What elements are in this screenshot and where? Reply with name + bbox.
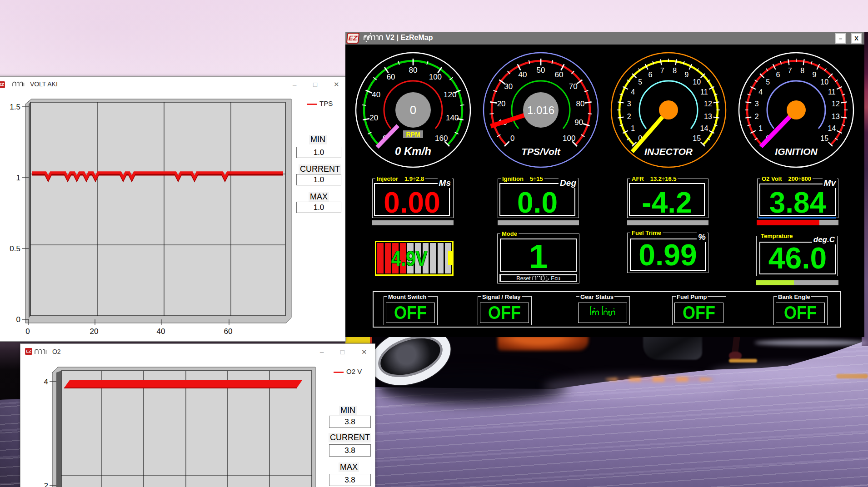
svg-text:3: 3 bbox=[755, 100, 759, 108]
svg-text:1.016: 1.016 bbox=[527, 104, 554, 116]
svg-text:0: 0 bbox=[410, 103, 416, 117]
svg-text:1.5: 1.5 bbox=[10, 103, 20, 111]
svg-text:13: 13 bbox=[832, 113, 840, 120]
svg-text:80: 80 bbox=[409, 66, 418, 75]
svg-text:10: 10 bbox=[820, 78, 828, 86]
svg-text:80: 80 bbox=[576, 99, 584, 108]
svg-text:9: 9 bbox=[685, 71, 689, 79]
svg-text:1: 1 bbox=[631, 124, 635, 132]
svg-text:60: 60 bbox=[555, 70, 564, 79]
svg-text:4: 4 bbox=[44, 378, 48, 386]
svg-text:0: 0 bbox=[16, 315, 20, 324]
svg-text:1: 1 bbox=[758, 124, 763, 132]
svg-text:70: 70 bbox=[569, 82, 578, 91]
svg-text:30: 30 bbox=[504, 82, 513, 91]
svg-text:40: 40 bbox=[157, 327, 165, 336]
svg-text:160: 160 bbox=[435, 134, 448, 143]
svg-text:0.5: 0.5 bbox=[10, 244, 20, 253]
svg-text:60: 60 bbox=[224, 327, 233, 336]
svg-text:13: 13 bbox=[704, 113, 712, 120]
svg-text:0: 0 bbox=[510, 134, 514, 143]
svg-text:2: 2 bbox=[44, 482, 48, 487]
svg-text:6: 6 bbox=[776, 71, 780, 79]
svg-text:120: 120 bbox=[444, 90, 456, 99]
svg-text:90: 90 bbox=[574, 118, 583, 127]
svg-text:2: 2 bbox=[627, 113, 631, 120]
svg-text:60: 60 bbox=[387, 73, 395, 81]
svg-text:5: 5 bbox=[766, 78, 770, 86]
svg-text:14: 14 bbox=[700, 124, 708, 132]
svg-text:0 Km/h: 0 Km/h bbox=[395, 145, 431, 157]
svg-text:1: 1 bbox=[16, 174, 20, 182]
svg-text:10: 10 bbox=[693, 78, 701, 86]
svg-text:8: 8 bbox=[673, 67, 677, 75]
svg-text:50: 50 bbox=[537, 66, 545, 75]
svg-text:12: 12 bbox=[832, 100, 840, 108]
svg-text:40: 40 bbox=[519, 70, 527, 79]
svg-text:140: 140 bbox=[446, 114, 459, 122]
svg-text:100: 100 bbox=[429, 73, 442, 81]
svg-text:0: 0 bbox=[25, 327, 30, 336]
svg-text:11: 11 bbox=[828, 88, 836, 96]
svg-text:8: 8 bbox=[800, 67, 804, 75]
svg-text:20: 20 bbox=[90, 327, 99, 336]
svg-text:3: 3 bbox=[627, 100, 631, 108]
svg-text:RPM: RPM bbox=[406, 131, 420, 138]
svg-text:12: 12 bbox=[704, 100, 712, 108]
svg-text:15: 15 bbox=[820, 134, 828, 142]
svg-text:4: 4 bbox=[758, 88, 763, 96]
svg-text:100: 100 bbox=[563, 134, 575, 143]
svg-text:2: 2 bbox=[755, 113, 759, 120]
svg-text:IGNITION: IGNITION bbox=[775, 146, 818, 157]
svg-text:14: 14 bbox=[828, 124, 836, 132]
svg-text:4: 4 bbox=[631, 88, 635, 96]
svg-text:40: 40 bbox=[372, 90, 380, 99]
svg-text:9: 9 bbox=[813, 71, 817, 79]
svg-text:20: 20 bbox=[369, 114, 378, 122]
svg-text:TPS/Volt: TPS/Volt bbox=[521, 146, 561, 157]
svg-text:7: 7 bbox=[788, 67, 792, 75]
svg-text:20: 20 bbox=[497, 99, 506, 108]
svg-text:INJECTOR: INJECTOR bbox=[644, 146, 693, 157]
svg-text:5: 5 bbox=[638, 78, 642, 86]
svg-text:6: 6 bbox=[649, 71, 653, 79]
svg-text:11: 11 bbox=[700, 88, 708, 96]
svg-text:15: 15 bbox=[693, 134, 701, 142]
svg-text:7: 7 bbox=[660, 67, 664, 75]
